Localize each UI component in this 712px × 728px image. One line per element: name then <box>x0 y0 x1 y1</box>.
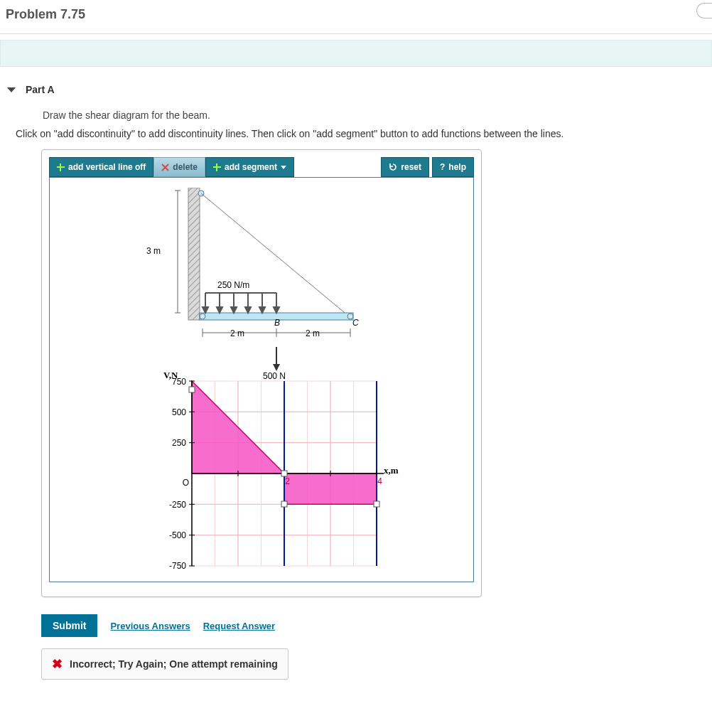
beam-dim-3m: 3 m <box>146 246 169 256</box>
svg-marker-19 <box>245 307 251 313</box>
svg-point-9 <box>200 314 205 319</box>
feedback-text: Incorrect; Try Again; One attempt remain… <box>70 658 278 670</box>
part-a-header[interactable]: Part A <box>0 67 712 101</box>
problem-title: Problem 7.75 <box>0 0 712 34</box>
add-segment-button[interactable]: add segment <box>205 157 294 177</box>
add-vertical-line-label: add vertical line off <box>68 162 146 172</box>
help-label: help <box>448 162 466 172</box>
svg-rect-70 <box>281 471 287 476</box>
prompt-text: Draw the shear diagram for the beam. <box>0 101 712 125</box>
xtick-0: O <box>175 478 189 488</box>
add-vertical-line-button[interactable]: add vertical line off <box>49 157 153 177</box>
reset-label: reset <box>401 162 421 172</box>
svg-line-7 <box>201 193 348 316</box>
plus-icon <box>213 164 221 171</box>
beam-dist-load: 250 N/m <box>217 280 260 290</box>
help-button[interactable]: ? help <box>432 157 474 177</box>
previous-answers-link[interactable]: Previous Answers <box>110 621 190 631</box>
toolbar: add vertical line off delete add segment <box>49 157 474 177</box>
ytick-500: 500 <box>165 407 186 417</box>
help-icon: ? <box>440 162 445 172</box>
xtick-2: 2 <box>279 476 290 486</box>
delete-button[interactable]: delete <box>153 157 205 177</box>
part-label: Part A <box>26 84 55 95</box>
svg-marker-15 <box>217 307 222 313</box>
reset-icon <box>389 163 397 171</box>
hint-bar <box>0 40 712 67</box>
svg-rect-72 <box>374 501 379 507</box>
plus-icon <box>57 164 65 171</box>
diagram-canvas[interactable]: 3 m 250 N/m B C 2 m 2 m 500 N <box>49 177 474 582</box>
feedback-box: ✖ Incorrect; Try Again; One attempt rema… <box>41 648 288 680</box>
ytick-250: 250 <box>165 438 186 448</box>
ytick-n500: -500 <box>162 530 186 540</box>
reset-button[interactable]: reset <box>381 157 429 177</box>
ytick-n250: -250 <box>162 500 186 510</box>
drawing-frame: add vertical line off delete add segment <box>41 149 482 597</box>
ytick-750: 750 <box>165 377 186 387</box>
svg-marker-30 <box>273 364 280 371</box>
ytick-n750: -750 <box>162 561 186 571</box>
add-segment-label: add segment <box>225 162 277 172</box>
request-answer-link[interactable]: Request Answer <box>203 621 275 631</box>
beam-span-right: 2 m <box>298 328 320 338</box>
submit-row: Submit Previous Answers Request Answer <box>41 614 712 637</box>
beam-span-left: 2 m <box>223 328 244 338</box>
svg-marker-13 <box>203 307 208 313</box>
instructions-text: Click on "add discontinuity" to add disc… <box>0 125 712 146</box>
svg-marker-54 <box>284 473 377 504</box>
delete-label: delete <box>173 162 198 172</box>
xtick-4: 4 <box>371 476 382 486</box>
dropdown-caret-icon <box>281 166 286 169</box>
submit-button[interactable]: Submit <box>41 614 97 637</box>
svg-rect-2 <box>188 188 200 320</box>
svg-marker-17 <box>231 307 237 313</box>
x-axis-label: x,m <box>384 465 399 476</box>
svg-marker-23 <box>274 307 279 313</box>
svg-marker-21 <box>259 307 265 313</box>
shear-plot[interactable]: V,N x,m 750 500 250 -250 -500 -750 O 2 4 <box>142 374 441 573</box>
svg-rect-69 <box>189 387 195 392</box>
caret-down-icon <box>7 87 16 92</box>
delete-x-icon <box>161 164 169 171</box>
beam-label-c: C <box>352 318 367 328</box>
svg-rect-71 <box>281 501 287 507</box>
beam-label-b: B <box>274 318 288 328</box>
page-settings-badge <box>696 3 712 18</box>
incorrect-x-icon: ✖ <box>52 656 63 672</box>
beam-figure: 3 m 250 N/m B C 2 m 2 m <box>149 188 362 351</box>
